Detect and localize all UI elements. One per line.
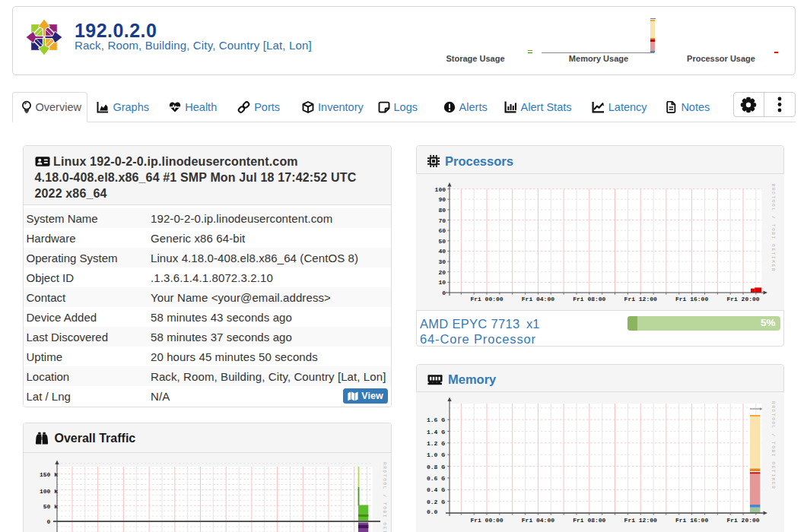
svg-text:Fri 08:00: Fri 08:00 [573,296,605,302]
svg-text:0: 0 [40,518,51,525]
svg-text:100 k: 100 k [40,488,58,495]
svg-text:Fri 20:00: Fri 20:00 [726,296,759,302]
svg-text:0.4 G: 0.4 G [427,486,445,493]
svg-text:50: 50 [438,238,446,245]
svg-text:Fri 04:00: Fri 04:00 [522,517,554,524]
svg-text:0.0: 0.0 [427,508,438,515]
svg-text:80: 80 [438,207,446,214]
svg-text:1.6 G: 1.6 G [427,416,445,423]
svg-text:60: 60 [438,227,446,234]
svg-text:1.2 G: 1.2 G [427,440,445,447]
svg-text:Fri 00:00: Fri 00:00 [470,296,503,302]
svg-text:Fri 12:00: Fri 12:00 [624,296,657,302]
svg-text:90: 90 [438,196,446,203]
svg-text:10: 10 [438,279,446,286]
svg-text:Fri 16:00: Fri 16:00 [675,517,708,524]
svg-text:40: 40 [438,248,446,255]
svg-text:Fri 00:00: Fri 00:00 [470,517,503,524]
svg-text:50 k: 50 k [40,503,58,510]
svg-text:100: 100 [435,186,446,193]
svg-text:0.6 G: 0.6 G [427,475,445,482]
svg-text:70: 70 [438,217,446,224]
svg-text:150 k: 150 k [40,471,58,478]
svg-text:20: 20 [438,269,446,276]
svg-text:Fri 12:00: Fri 12:00 [624,517,657,524]
svg-text:Fri 20:00: Fri 20:00 [726,517,759,524]
svg-text:RRDTOOL / TOBI OETIKER: RRDTOOL / TOBI OETIKER [770,401,776,490]
svg-text:1.4 G: 1.4 G [427,429,445,435]
svg-text:Fri 04:00: Fri 04:00 [522,296,554,302]
svg-text:Fri 08:00: Fri 08:00 [573,517,605,524]
svg-text:1.0 G: 1.0 G [427,451,445,458]
svg-text:0.2 G: 0.2 G [427,499,445,505]
svg-text:RRDTOOL / TOBI OETIKER: RRDTOOL / TOBI OETIKER [770,184,776,273]
svg-text:0.8 G: 0.8 G [427,464,445,470]
svg-text:RRDTOOL / TOBI OETIKER: RRDTOOL / TOBI OETIKER [382,462,387,532]
svg-text:0: 0 [442,290,446,296]
svg-text:30: 30 [438,258,446,265]
svg-text:Fri 16:00: Fri 16:00 [675,296,708,302]
